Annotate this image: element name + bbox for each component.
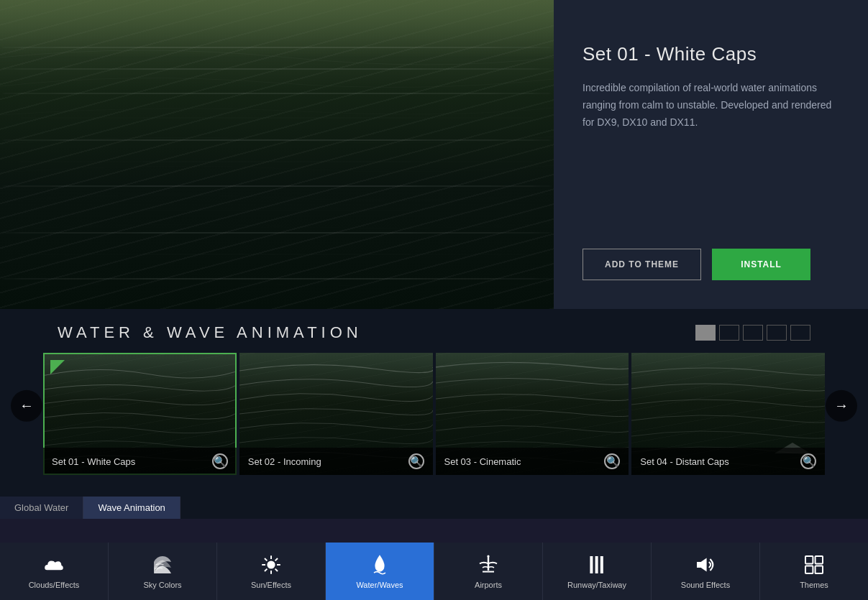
nav-item-themes[interactable]: Themes: [760, 543, 868, 600]
svg-rect-15: [805, 556, 813, 563]
nav-item-label-sound: Sound Effects: [681, 581, 730, 589]
add-to-theme-button[interactable]: ADD TO THEME: [583, 249, 701, 280]
gallery-dot-5[interactable]: [790, 325, 810, 341]
nav-item-label-sky: Sky Colors: [143, 581, 181, 589]
gallery-dot-4[interactable]: [767, 325, 787, 341]
gallery-item-label-text-4: Set 04 - Distant Caps: [640, 456, 729, 467]
themes-icon: [803, 553, 826, 576]
gallery-section: WATER & WAVE ANIMATION ←: [0, 309, 868, 489]
water-icon: [368, 553, 391, 576]
gallery-next-button[interactable]: →: [826, 389, 857, 421]
gallery-dot-2[interactable]: [719, 325, 739, 341]
gallery-item-label-text-3: Set 03 - Cinematic: [444, 456, 521, 467]
sun-icon: [260, 553, 283, 576]
nav-item-label-sun: Sun/Effects: [251, 581, 291, 589]
gallery-title: WATER & WAVE ANIMATION: [58, 323, 362, 342]
svg-marker-14: [697, 558, 707, 571]
nav-item-label-airports: Airports: [475, 581, 502, 589]
svg-point-9: [487, 555, 489, 557]
svg-rect-12: [595, 556, 598, 573]
gallery-item-label-2: Set 02 - Incoming 🔍: [239, 448, 433, 475]
gallery-item-3[interactable]: Set 03 - Cinematic 🔍: [436, 353, 629, 475]
gallery-header: WATER & WAVE ANIMATION: [0, 323, 868, 353]
runway-icon: [585, 553, 608, 576]
tabs-section: Global Water Wave Animation: [0, 489, 868, 519]
gallery-item-label-1: Set 01 - White Caps 🔍: [43, 448, 237, 475]
install-button[interactable]: INSTALL: [712, 249, 810, 280]
nav-item-sound[interactable]: Sound Effects: [652, 543, 760, 600]
preview-description: Incredible compilation of real-world wat…: [583, 80, 839, 131]
gallery-item-1[interactable]: Set 01 - White Caps 🔍: [43, 353, 237, 475]
preview-buttons: ADD TO THEME INSTALL: [583, 249, 839, 280]
gallery-dots: [695, 325, 810, 341]
nav-item-label-runway: Runway/Taxiway: [567, 581, 626, 589]
gallery-dot-1[interactable]: [695, 325, 716, 341]
tab-wave-animation[interactable]: Wave Animation: [83, 497, 180, 519]
zoom-icon-1[interactable]: 🔍: [212, 453, 228, 469]
preview-info-panel: Set 01 - White Caps Incredible compilati…: [554, 0, 868, 309]
gallery-item-label-text-1: Set 01 - White Caps: [52, 456, 135, 467]
gallery-prev-button[interactable]: ←: [11, 389, 42, 421]
zoom-icon-3[interactable]: 🔍: [604, 453, 620, 469]
gallery-items: Set 01 - White Caps 🔍 Set 02 - Incoming: [0, 353, 868, 475]
nav-item-label-themes: Themes: [800, 581, 828, 589]
nav-item-label-clouds: Clouds/Effects: [29, 581, 80, 589]
nav-item-airports[interactable]: Airports: [434, 543, 543, 600]
svg-rect-18: [816, 566, 823, 573]
wave-lines: [0, 0, 554, 309]
gallery-item-4[interactable]: Set 04 - Distant Caps 🔍: [631, 353, 825, 475]
svg-line-8: [265, 569, 267, 571]
svg-rect-16: [816, 556, 823, 563]
bottom-nav: Clouds/Effects Sky Colors Sun/Effects: [0, 543, 868, 600]
nav-item-label-water: Water/Waves: [356, 581, 403, 589]
nav-item-water[interactable]: Water/Waves: [326, 543, 434, 600]
gallery-item-2[interactable]: Set 02 - Incoming 🔍: [239, 353, 433, 475]
nav-item-runway[interactable]: Runway/Taxiway: [543, 543, 652, 600]
svg-line-6: [275, 569, 278, 571]
zoom-icon-4[interactable]: 🔍: [800, 453, 816, 469]
nav-item-sky[interactable]: Sky Colors: [109, 543, 217, 600]
svg-rect-11: [590, 556, 593, 573]
sound-icon: [694, 553, 717, 576]
cloud-icon: [42, 553, 65, 576]
gallery-item-label-3: Set 03 - Cinematic 🔍: [436, 448, 629, 475]
svg-rect-13: [600, 556, 603, 573]
nav-item-clouds[interactable]: Clouds/Effects: [0, 543, 109, 600]
gallery-dot-3[interactable]: [743, 325, 763, 341]
preview-image: [0, 0, 554, 309]
zoom-icon-2[interactable]: 🔍: [408, 453, 424, 469]
main-preview-section: Set 01 - White Caps Incredible compilati…: [0, 0, 868, 309]
gallery-item-label-text-2: Set 02 - Incoming: [248, 456, 321, 467]
svg-line-7: [275, 558, 278, 560]
svg-point-0: [267, 560, 275, 568]
gallery-item-label-4: Set 04 - Distant Caps 🔍: [631, 448, 825, 475]
svg-rect-17: [805, 566, 813, 573]
svg-line-5: [265, 558, 267, 560]
nav-item-sun[interactable]: Sun/Effects: [217, 543, 326, 600]
airport-icon: [477, 553, 500, 576]
preview-title: Set 01 - White Caps: [583, 43, 839, 65]
tab-global-water[interactable]: Global Water: [0, 497, 83, 519]
sky-icon: [151, 553, 174, 576]
